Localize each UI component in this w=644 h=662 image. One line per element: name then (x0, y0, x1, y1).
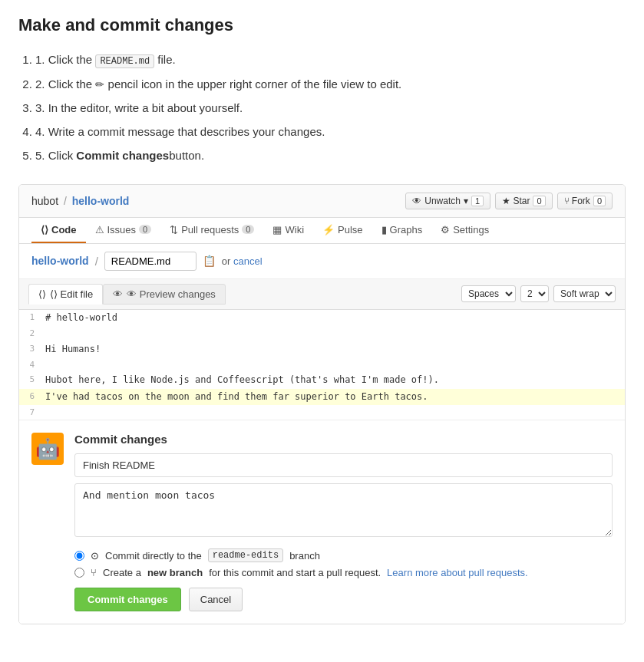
cancel-link[interactable]: cancel (233, 255, 263, 267)
branch-badge: readme-edits (208, 548, 283, 562)
tab-pulse[interactable]: ⚡ Pulse (313, 218, 372, 243)
tab-graphs[interactable]: ▮ Graphs (372, 218, 432, 243)
step-3: 3. In the editor, write a bit about your… (35, 97, 626, 118)
github-ui-mockup: hubot / hello-world 👁 Unwatch ▾ 1 ★ Star… (18, 184, 626, 625)
tab-issues[interactable]: ⚠ Issues 0 (86, 218, 161, 243)
readme-filename: README.md (95, 54, 154, 68)
code-icon: ⟨⟩ (38, 288, 46, 300)
repo-owner: hubot (31, 195, 58, 207)
eye-icon: 👁 (412, 196, 421, 206)
btn-row: Commit changes Cancel (74, 588, 613, 611)
tab-pull-requests[interactable]: ⇅ Pull requests 0 (160, 218, 263, 243)
radio-new-branch-input[interactable] (74, 568, 84, 578)
step-4: 4. Write a commit message that describes… (35, 121, 626, 142)
repo-actions: 👁 Unwatch ▾ 1 ★ Star 0 ⑂ Fork 0 (405, 193, 613, 209)
step-2: 2. Click the ✏ pencil icon in the upper … (35, 74, 626, 94)
radio-commit-directly: ⊙ Commit directly to the readme-edits br… (74, 548, 613, 562)
learn-more-link[interactable]: Learn more about pull requests. (387, 567, 528, 578)
tab-code[interactable]: ⟨⟩ Code (31, 218, 86, 243)
git-icon: ⊙ (91, 550, 99, 562)
filename-input[interactable] (104, 252, 197, 271)
step1-text: 1. Click the (35, 53, 92, 66)
code-line-7: 7 (19, 405, 625, 420)
repo-breadcrumb: hubot / hello-world (31, 195, 129, 207)
spaces-select[interactable]: Spaces (461, 285, 516, 302)
commit-changes-button[interactable]: Commit changes (74, 588, 181, 611)
code-line-3: 3 Hi Humans! (19, 341, 625, 357)
preview-changes-tab[interactable]: 👁 👁 Preview changes (103, 284, 226, 305)
code-line-5: 5 Hubot here, I like Node.js and Coffees… (19, 372, 625, 388)
fork-button[interactable]: ⑂ Fork 0 (557, 193, 613, 209)
radio-group: ⊙ Commit directly to the readme-edits br… (74, 548, 613, 578)
commit-section: 🤖 Commit changes And mention moon tacos … (19, 420, 625, 624)
code-line-2: 2 (19, 326, 625, 341)
file-path-bar: hello-world / 📋 or cancel (19, 244, 625, 279)
branch-icon: ⑂ (91, 567, 97, 578)
editor-tab-group: ⟨⟩ ⟨⟩ Edit file 👁 👁 Preview changes (28, 284, 226, 305)
indent-select[interactable]: 2 (520, 285, 549, 302)
code-line-4: 4 (19, 357, 625, 373)
radio-directly-input[interactable] (74, 551, 84, 561)
copy-icon: 📋 (203, 255, 216, 267)
edit-file-tab[interactable]: ⟨⟩ ⟨⟩ Edit file (28, 284, 103, 305)
repo-name-link[interactable]: hello-world (72, 195, 130, 207)
preview-icon: 👁 (113, 288, 123, 300)
repo-header: hubot / hello-world 👁 Unwatch ▾ 1 ★ Star… (19, 185, 625, 218)
code-line-6: 6 I've had tacos on the moon and find th… (19, 389, 625, 405)
step5-bold: Commit changes (76, 149, 169, 162)
step-5: 5. Click Commit changesbutton. (35, 145, 626, 166)
commit-section-title: Commit changes (74, 433, 613, 446)
page-title: Make and commit changes (18, 15, 626, 35)
cancel-button[interactable]: Cancel (189, 588, 243, 611)
wrap-select[interactable]: Soft wrap (553, 285, 616, 302)
radio-new-branch: ⑂ Create a new branch for this commit an… (74, 567, 613, 578)
repo-tabs: ⟨⟩ Code ⚠ Issues 0 ⇅ Pull requests 0 ▦ W… (19, 218, 625, 244)
file-path-repo-link[interactable]: hello-world (31, 255, 89, 267)
star-button[interactable]: ★ Star 0 (495, 193, 552, 209)
commit-form: Commit changes And mention moon tacos ⊙ … (74, 433, 613, 611)
step-1: 1. Click the README.md file. (35, 49, 626, 71)
avatar: 🤖 (31, 433, 64, 465)
pencil-icon: ✏ (95, 75, 104, 94)
unwatch-button[interactable]: 👁 Unwatch ▾ 1 (405, 193, 490, 209)
instructions-section: 1. Click the README.md file. 2. Click th… (18, 49, 626, 166)
tab-settings[interactable]: ⚙ Settings (431, 218, 498, 243)
code-line-1: 1 # hello-world (19, 310, 625, 326)
code-editor[interactable]: 1 # hello-world 2 3 Hi Humans! 4 5 Hubot… (19, 310, 625, 420)
commit-description-textarea[interactable]: And mention moon tacos (74, 483, 613, 537)
editor-options: Spaces 2 Soft wrap (461, 285, 616, 302)
editor-toolbar: ⟨⟩ ⟨⟩ Edit file 👁 👁 Preview changes Spac… (19, 279, 625, 310)
tab-wiki[interactable]: ▦ Wiki (263, 218, 313, 243)
commit-message-input[interactable] (74, 453, 613, 477)
